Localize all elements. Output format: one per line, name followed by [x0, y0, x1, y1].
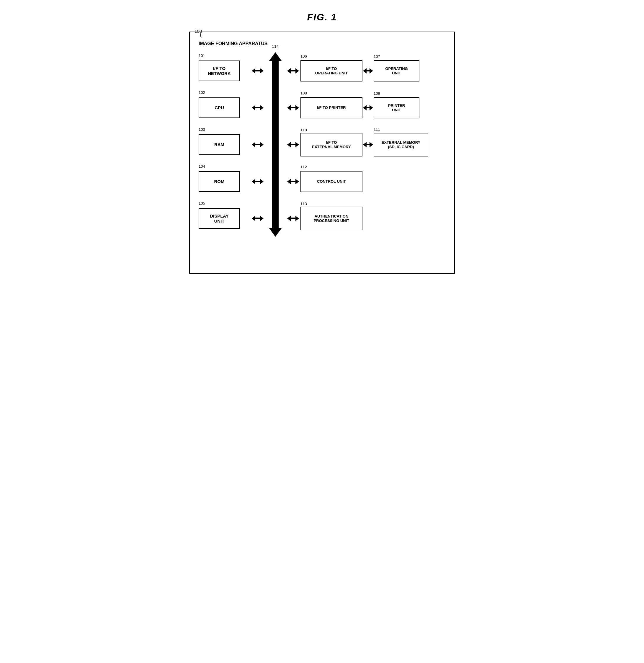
right-arrows-col [286, 52, 300, 237]
left-cell-102: 102 CPU [199, 89, 250, 126]
arrow-right-4 [286, 163, 300, 200]
diagram-wrapper: 100 ( IMAGE FORMING APPARATUS 101 I/F TO… [189, 31, 455, 274]
arrow-up-head [269, 52, 282, 61]
right-row-4: 112 CONTROL UNIT [300, 163, 445, 200]
label-114: 114 [272, 44, 279, 49]
label-103: 103 [199, 127, 205, 132]
arrow-left-2 [250, 89, 265, 126]
label-101: 101 [199, 53, 205, 58]
box-operating-unit: OPERATINGUNIT [374, 60, 419, 82]
arrow-mid-1 [363, 68, 374, 73]
left-column: 101 I/F TONETWORK 102 CPU 103 RAM [199, 52, 250, 237]
right-box-wrapper-2: 109 PRINTERUNIT [374, 97, 419, 118]
left-cell-103: 103 RAM [199, 126, 250, 163]
right-row-1: 106 I/F TOOPERATING UNIT 107 OPERATINGUN [300, 52, 445, 89]
diagram-outer: IMAGE FORMING APPARATUS 101 I/F TONETWOR… [189, 31, 455, 274]
page-container: FIG. 1 100 ( IMAGE FORMING APPARATUS 101… [189, 12, 455, 274]
right-section: 106 I/F TOOPERATING UNIT 107 OPERATINGUN [300, 52, 445, 237]
arrow-left-4 [250, 163, 265, 200]
figure-title: FIG. 1 [189, 12, 455, 23]
box-cpu: CPU [199, 97, 240, 118]
main-diagram: 101 I/F TONETWORK 102 CPU 103 RAM [199, 52, 445, 237]
arrow-mid-3 [363, 142, 374, 147]
box-if-external: I/F TOEXTERNAL MEMORY [300, 133, 363, 157]
box-external-memory: EXTERNAL MEMORY(SD, IC CARD) [374, 133, 428, 157]
label-109: 109 [374, 91, 380, 96]
label-113: 113 [300, 202, 307, 206]
left-cell-104: 104 ROM [199, 163, 250, 200]
left-cell-105: 105 DISPLAYUNIT [199, 200, 250, 237]
label-105: 105 [199, 201, 205, 205]
arrow-left-5 [250, 200, 265, 237]
label-107: 107 [374, 54, 380, 59]
label-104: 104 [199, 164, 205, 168]
box-display: DISPLAYUNIT [199, 208, 240, 229]
arrow-left-1 [250, 52, 265, 89]
arrow-mid-2 [363, 105, 374, 110]
center-bus-col: 114 [265, 52, 286, 237]
arrow-left-3 [250, 126, 265, 163]
left-arrows-col [250, 52, 265, 237]
box-network: I/F TONETWORK [199, 61, 240, 81]
arrow-right-3 [286, 126, 300, 163]
right-row-5: 113 AUTHENTICATIONPROCESSING UNIT [300, 200, 445, 237]
left-cell-101: 101 I/F TONETWORK [199, 52, 250, 89]
right-row-3: 110 I/F TOEXTERNAL MEMORY 111 EXTERNAL M [300, 126, 445, 163]
box-printer-unit: PRINTERUNIT [374, 97, 419, 118]
right-box-wrapper-1: 107 OPERATINGUNIT [374, 60, 419, 82]
box-control-unit: CONTROL UNIT [300, 171, 363, 192]
right-row-2: 108 I/F TO PRINTER 109 PRINTERUNIT [300, 89, 445, 126]
label-110: 110 [300, 128, 307, 132]
right-box-wrapper-3: 111 EXTERNAL MEMORY(SD, IC CARD) [374, 133, 428, 157]
label-102: 102 [199, 90, 205, 95]
arrow-right-5 [286, 200, 300, 237]
label-106: 106 [300, 54, 307, 59]
apparatus-label: IMAGE FORMING APPARATUS [199, 41, 445, 46]
arrow-down-head [269, 228, 282, 237]
box-if-printer: I/F TO PRINTER [300, 97, 363, 118]
label-111: 111 [374, 127, 380, 131]
box-ram: RAM [199, 134, 240, 155]
box-auth-unit: AUTHENTICATIONPROCESSING UNIT [300, 207, 363, 230]
label-112: 112 [300, 165, 307, 169]
box-if-operating: I/F TOOPERATING UNIT [300, 60, 363, 82]
arrow-right-2 [286, 89, 300, 126]
arrow-right-1 [286, 52, 300, 89]
box-rom: ROM [199, 171, 240, 192]
arrow-shaft-vertical [272, 61, 279, 228]
label-108: 108 [300, 91, 307, 95]
